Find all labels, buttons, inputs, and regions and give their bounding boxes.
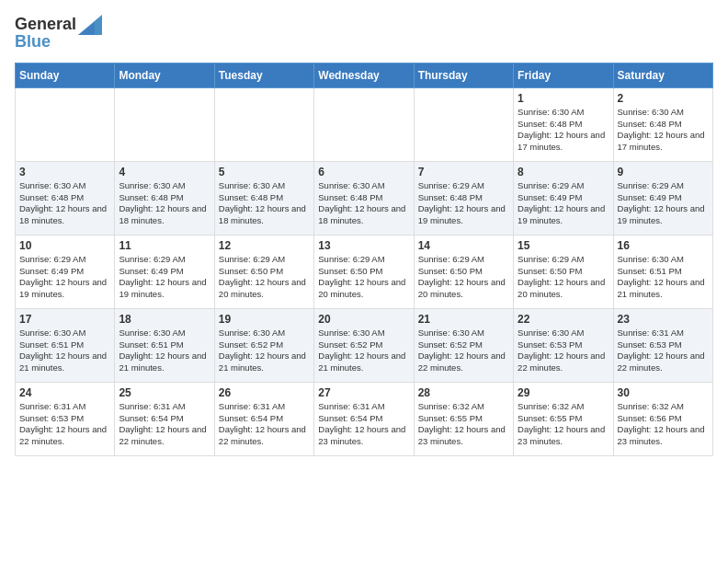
day-info: Sunrise: 6:29 AM Sunset: 6:49 PM Dayligh…: [518, 180, 609, 227]
day-info: Sunrise: 6:29 AM Sunset: 6:50 PM Dayligh…: [518, 254, 609, 301]
day-number: 29: [518, 386, 609, 399]
day-cell: [414, 87, 513, 161]
day-info: Sunrise: 6:29 AM Sunset: 6:50 PM Dayligh…: [219, 254, 310, 301]
calendar-header-row: SundayMondayTuesdayWednesdayThursdayFrid…: [16, 63, 713, 87]
day-cell: [314, 87, 414, 161]
day-cell: 1Sunrise: 6:30 AM Sunset: 6:48 PM Daylig…: [514, 87, 613, 161]
day-number: 20: [318, 313, 409, 326]
day-info: Sunrise: 6:30 AM Sunset: 6:48 PM Dayligh…: [119, 180, 210, 227]
day-info: Sunrise: 6:29 AM Sunset: 6:48 PM Dayligh…: [418, 180, 509, 227]
day-number: 13: [318, 239, 409, 252]
day-cell: 12Sunrise: 6:29 AM Sunset: 6:50 PM Dayli…: [214, 235, 313, 308]
day-number: 8: [518, 166, 609, 178]
header-sunday: Sunday: [16, 63, 115, 87]
week-row-5: 24Sunrise: 6:31 AM Sunset: 6:53 PM Dayli…: [16, 382, 713, 455]
day-cell: 2Sunrise: 6:30 AM Sunset: 6:48 PM Daylig…: [613, 87, 712, 161]
day-number: 16: [618, 239, 709, 252]
day-info: Sunrise: 6:30 AM Sunset: 6:48 PM Dayligh…: [19, 180, 110, 227]
day-info: Sunrise: 6:31 AM Sunset: 6:54 PM Dayligh…: [219, 401, 310, 448]
day-number: 24: [19, 386, 110, 399]
day-info: Sunrise: 6:29 AM Sunset: 6:49 PM Dayligh…: [618, 180, 709, 227]
day-cell: [16, 87, 115, 161]
day-number: 10: [19, 239, 110, 252]
day-info: Sunrise: 6:32 AM Sunset: 6:56 PM Dayligh…: [618, 401, 709, 448]
day-cell: 26Sunrise: 6:31 AM Sunset: 6:54 PM Dayli…: [214, 382, 313, 455]
day-info: Sunrise: 6:31 AM Sunset: 6:53 PM Dayligh…: [19, 401, 110, 448]
day-cell: 22Sunrise: 6:30 AM Sunset: 6:53 PM Dayli…: [514, 308, 613, 382]
day-cell: 17Sunrise: 6:30 AM Sunset: 6:51 PM Dayli…: [16, 308, 115, 382]
calendar-body: 1Sunrise: 6:30 AM Sunset: 6:48 PM Daylig…: [16, 87, 713, 455]
header-wednesday: Wednesday: [314, 63, 414, 87]
header-tuesday: Tuesday: [214, 63, 313, 87]
day-info: Sunrise: 6:31 AM Sunset: 6:54 PM Dayligh…: [119, 401, 210, 448]
day-number: 7: [418, 166, 509, 178]
logo-icon: [78, 15, 102, 35]
day-info: Sunrise: 6:30 AM Sunset: 6:53 PM Dayligh…: [518, 327, 609, 374]
day-info: Sunrise: 6:29 AM Sunset: 6:50 PM Dayligh…: [418, 254, 509, 301]
day-cell: 28Sunrise: 6:32 AM Sunset: 6:55 PM Dayli…: [414, 382, 513, 455]
day-cell: [115, 87, 214, 161]
logo: General Blue: [15, 15, 102, 52]
day-cell: 7Sunrise: 6:29 AM Sunset: 6:48 PM Daylig…: [414, 161, 513, 235]
day-info: Sunrise: 6:30 AM Sunset: 6:48 PM Dayligh…: [318, 180, 409, 227]
day-cell: [214, 87, 313, 161]
day-cell: 24Sunrise: 6:31 AM Sunset: 6:53 PM Dayli…: [16, 382, 115, 455]
calendar-table: SundayMondayTuesdayWednesdayThursdayFrid…: [15, 63, 713, 456]
day-number: 6: [318, 166, 409, 178]
day-cell: 27Sunrise: 6:31 AM Sunset: 6:54 PM Dayli…: [314, 382, 414, 455]
week-row-2: 3Sunrise: 6:30 AM Sunset: 6:48 PM Daylig…: [16, 161, 713, 235]
day-cell: 29Sunrise: 6:32 AM Sunset: 6:55 PM Dayli…: [514, 382, 613, 455]
day-number: 9: [618, 166, 709, 178]
day-number: 1: [518, 92, 609, 105]
day-cell: 9Sunrise: 6:29 AM Sunset: 6:49 PM Daylig…: [613, 161, 712, 235]
day-cell: 30Sunrise: 6:32 AM Sunset: 6:56 PM Dayli…: [613, 382, 712, 455]
day-number: 15: [518, 239, 609, 252]
day-cell: 13Sunrise: 6:29 AM Sunset: 6:50 PM Dayli…: [314, 235, 414, 308]
day-info: Sunrise: 6:29 AM Sunset: 6:49 PM Dayligh…: [119, 254, 210, 301]
day-info: Sunrise: 6:32 AM Sunset: 6:55 PM Dayligh…: [418, 401, 509, 448]
day-number: 3: [19, 166, 110, 178]
day-cell: 6Sunrise: 6:30 AM Sunset: 6:48 PM Daylig…: [314, 161, 414, 235]
day-number: 18: [119, 313, 210, 326]
day-number: 22: [518, 313, 609, 326]
day-number: 21: [418, 313, 509, 326]
day-info: Sunrise: 6:30 AM Sunset: 6:51 PM Dayligh…: [618, 254, 709, 301]
page-header: General Blue: [15, 15, 713, 52]
day-info: Sunrise: 6:30 AM Sunset: 6:52 PM Dayligh…: [219, 327, 310, 374]
day-number: 30: [618, 386, 709, 399]
day-info: Sunrise: 6:30 AM Sunset: 6:51 PM Dayligh…: [19, 327, 110, 374]
day-info: Sunrise: 6:32 AM Sunset: 6:55 PM Dayligh…: [518, 401, 609, 448]
day-number: 26: [219, 386, 310, 399]
day-cell: 19Sunrise: 6:30 AM Sunset: 6:52 PM Dayli…: [214, 308, 313, 382]
day-number: 19: [219, 313, 310, 326]
day-cell: 23Sunrise: 6:31 AM Sunset: 6:53 PM Dayli…: [613, 308, 712, 382]
day-number: 14: [418, 239, 509, 252]
header-saturday: Saturday: [613, 63, 712, 87]
day-cell: 21Sunrise: 6:30 AM Sunset: 6:52 PM Dayli…: [414, 308, 513, 382]
day-cell: 25Sunrise: 6:31 AM Sunset: 6:54 PM Dayli…: [115, 382, 214, 455]
week-row-3: 10Sunrise: 6:29 AM Sunset: 6:49 PM Dayli…: [16, 235, 713, 308]
day-number: 17: [19, 313, 110, 326]
day-cell: 8Sunrise: 6:29 AM Sunset: 6:49 PM Daylig…: [514, 161, 613, 235]
header-thursday: Thursday: [414, 63, 513, 87]
day-number: 23: [618, 313, 709, 326]
header-monday: Monday: [115, 63, 214, 87]
day-info: Sunrise: 6:31 AM Sunset: 6:53 PM Dayligh…: [618, 327, 709, 374]
day-number: 2: [618, 92, 709, 105]
day-cell: 10Sunrise: 6:29 AM Sunset: 6:49 PM Dayli…: [16, 235, 115, 308]
logo-general: General: [15, 16, 76, 34]
day-info: Sunrise: 6:29 AM Sunset: 6:49 PM Dayligh…: [19, 254, 110, 301]
logo-blue: Blue: [15, 33, 102, 52]
day-number: 11: [119, 239, 210, 252]
day-cell: 11Sunrise: 6:29 AM Sunset: 6:49 PM Dayli…: [115, 235, 214, 308]
day-cell: 3Sunrise: 6:30 AM Sunset: 6:48 PM Daylig…: [16, 161, 115, 235]
day-cell: 4Sunrise: 6:30 AM Sunset: 6:48 PM Daylig…: [115, 161, 214, 235]
week-row-1: 1Sunrise: 6:30 AM Sunset: 6:48 PM Daylig…: [16, 87, 713, 161]
day-cell: 18Sunrise: 6:30 AM Sunset: 6:51 PM Dayli…: [115, 308, 214, 382]
day-info: Sunrise: 6:30 AM Sunset: 6:52 PM Dayligh…: [318, 327, 409, 374]
day-cell: 20Sunrise: 6:30 AM Sunset: 6:52 PM Dayli…: [314, 308, 414, 382]
day-cell: 5Sunrise: 6:30 AM Sunset: 6:48 PM Daylig…: [214, 161, 313, 235]
day-number: 27: [318, 386, 409, 399]
day-info: Sunrise: 6:30 AM Sunset: 6:48 PM Dayligh…: [618, 107, 709, 154]
day-info: Sunrise: 6:30 AM Sunset: 6:52 PM Dayligh…: [418, 327, 509, 374]
